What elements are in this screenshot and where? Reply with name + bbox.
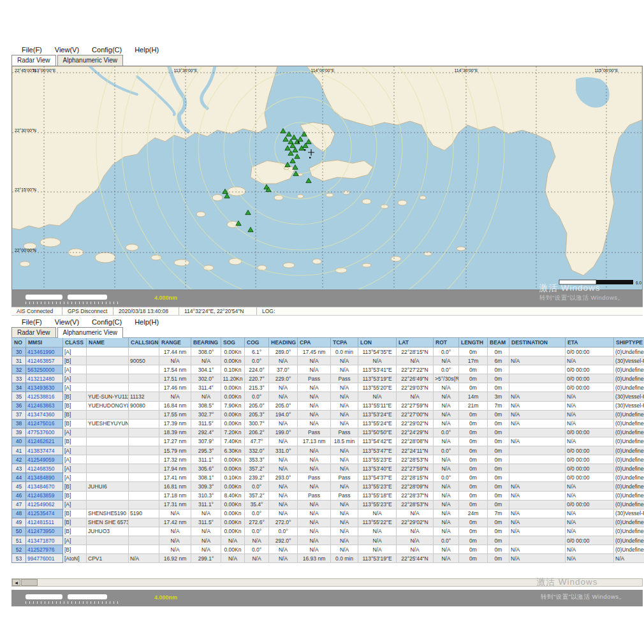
col-header-shiptype[interactable]: SHIPTYPE <box>614 338 644 348</box>
cell-tcpa: N/A <box>331 392 358 401</box>
cell-eta: 0/0 00:00 <box>566 536 614 545</box>
cell-heading: 229.0° <box>269 374 298 383</box>
tab-radar-view[interactable]: Radar View <box>11 327 56 338</box>
table-row[interactable]: 42412549059[A]17.32 nm311.1°0.00Kn353.3°… <box>12 455 644 464</box>
table-row[interactable]: 39477537600[A]18.39 nm292.4°7.20Kn206.2°… <box>12 428 644 437</box>
cell-lon: N/A <box>358 527 397 536</box>
col-header-sog[interactable]: SOG <box>221 338 245 348</box>
menu-item-config[interactable]: Config(C) <box>92 46 122 54</box>
cell-rot: 0.0° <box>434 536 459 545</box>
cell-beam: 6m <box>488 356 509 365</box>
menu-item-help[interactable]: Help(H) <box>135 46 159 54</box>
cell-rot: N/A <box>434 356 459 365</box>
range-slider-handle[interactable] <box>26 295 62 300</box>
cell-mmsi: 563250000 <box>26 365 63 374</box>
range-slider-track[interactable] <box>68 295 107 300</box>
table-row[interactable]: 53994776001[AtoN]CPV1N/A16.92 nm299.1°N/… <box>12 554 644 563</box>
tab-alphanumeric-view[interactable]: Alphanumeric View <box>57 327 123 338</box>
table-row[interactable]: 34413493630[A]17.46 nm311.4°0.00Kn215.3°… <box>12 383 644 392</box>
range-slider-track-2[interactable] <box>68 594 107 599</box>
tab-strip-radar: Radar ViewAlphanumeric View <box>11 55 643 66</box>
menu-item-view[interactable]: View(V) <box>55 46 79 54</box>
table-row[interactable]: 30413461990[A]17.44 nm308.0°0.00Kn6.1°28… <box>12 348 644 356</box>
col-header-range[interactable]: RANGE <box>159 338 191 348</box>
table-row[interactable]: 40412462621[B]17.27 nm307.9°7.40Kn47.7°N… <box>12 437 644 446</box>
col-header-tcpa[interactable]: TCPA <box>331 338 358 348</box>
table-row[interactable]: 48412535474[B]SHENSHE51905190N/AN/A0.00K… <box>12 509 644 518</box>
cell-name <box>87 536 129 545</box>
cell-no: 51 <box>12 536 26 545</box>
col-header-length[interactable]: LENGTH <box>459 338 488 348</box>
cell-mmsi: 413471870 <box>26 536 63 545</box>
radar-map-view[interactable]: 22°45'00"N22°30'00"N22°15'00"N22°00'00"N… <box>11 66 643 290</box>
col-header-cpa[interactable]: CPA <box>298 338 331 348</box>
col-header-mmsi[interactable]: MMSI <box>26 338 63 348</box>
table-row[interactable]: 32563250000[A]17.54 nm304.1°0.10Kn224.0°… <box>12 365 644 374</box>
cell-range: 17.55 nm <box>159 410 191 419</box>
cell-heading: N/A <box>269 455 298 464</box>
cell-range: 18.39 nm <box>159 428 191 437</box>
cell-no: 48 <box>12 509 26 518</box>
cell-tcpa: N/A <box>331 518 358 527</box>
cell-cog: 224.0° <box>245 365 269 374</box>
tab-radar-view[interactable]: Radar View <box>11 55 56 66</box>
tab-alphanumeric-view[interactable]: Alphanumeric View <box>57 55 123 66</box>
menu-item-file[interactable]: File(F) <box>22 46 42 54</box>
col-header-eta[interactable]: ETA <box>566 338 614 348</box>
col-header-cog[interactable]: COG <box>245 338 269 348</box>
ais-target-table[interactable]: NOMMSICLASSNAMECALLSIGNRANGEBEARINGSOGCO… <box>11 337 644 563</box>
cell-callsign <box>129 428 159 437</box>
table-row[interactable]: 41413837474[A]15.79 nm295.3°6.30Kn332.0°… <box>12 446 644 455</box>
table-row[interactable]: 52412527976[B]N/AN/A0.00Kn0.0°N/AN/AN/AN… <box>12 545 644 554</box>
cell-name: SHEN SHE 6573 <box>87 518 129 527</box>
cell-cpa: Pass <box>298 374 331 383</box>
cell-shiptype: (0)Undefined s <box>614 437 644 446</box>
table-row[interactable]: 35412538816[B]YUE-SUN-YU11111132N/AN/A0.… <box>12 392 644 401</box>
table-row[interactable]: 46412463859[B]17.18 nm310.3°8.40Kn357.2°… <box>12 491 644 500</box>
cell-rot: N/A <box>434 518 459 527</box>
col-header-name[interactable]: NAME <box>87 338 129 348</box>
cell-mmsi: 412538816 <box>26 392 63 401</box>
menu-item-config[interactable]: Config(C) <box>92 318 122 326</box>
cell-heading: 289.0° <box>269 348 298 356</box>
table-row[interactable]: 43412468350[A]17.94 nm305.6°0.00Kn357.2°… <box>12 464 644 473</box>
table-row[interactable]: 33413212480[A]17.51 nm302.0°11.20Kn220.7… <box>12 374 644 383</box>
cell-bearing: 309.3° <box>191 482 221 491</box>
range-slider-handle-2[interactable] <box>26 594 62 599</box>
col-header-destination[interactable]: DESTINATION <box>509 338 566 348</box>
col-header-bearing[interactable]: BEARING <box>191 338 221 348</box>
cell-beam: 0m <box>488 536 509 545</box>
table-row[interactable]: 31412463857[B]90050N/AN/A0.00Kn0.0°N/AN/… <box>12 356 644 365</box>
col-header-rot[interactable]: ROT <box>434 338 459 348</box>
cell-sog: 0.00Kn <box>221 527 245 536</box>
col-header-lon[interactable]: LON <box>358 338 397 348</box>
table-row[interactable]: 50412473950[B]JUHUO3N/AN/A0.00Kn0.0°0.0°… <box>12 527 644 536</box>
table-row[interactable]: 45413484670[B]JUHUI616.81 nm309.3°0.00Kn… <box>12 482 644 491</box>
nautical-chart: 22°45'00"N22°30'00"N22°15'00"N22°00'00"N… <box>12 66 642 289</box>
cell-lon: 113°55'23"E <box>358 482 397 491</box>
cell-no: 50 <box>12 527 26 536</box>
col-header-class[interactable]: CLASS <box>63 338 87 348</box>
scroll-left-arrow-icon[interactable]: ◀ <box>12 579 20 586</box>
scrollbar-thumb[interactable] <box>21 579 38 586</box>
col-header-heading[interactable]: HEADING <box>269 338 298 348</box>
cell-shiptype: (30)Vessel-Fi <box>614 401 644 410</box>
cell-bearing: N/A <box>191 545 221 554</box>
table-row[interactable]: 38412475016[B]YUESHEYUYUN17.39 nm311.5°0… <box>12 419 644 428</box>
cell-beam: 0m <box>488 554 509 563</box>
menu-item-help[interactable]: Help(H) <box>135 318 159 326</box>
table-row[interactable]: 36412463863[B]YUEHUDONGYL9008016.84 nm30… <box>12 401 644 410</box>
cell-name <box>87 473 129 482</box>
menu-item-file[interactable]: File(F) <box>22 318 42 326</box>
cell-cpa: 16.93 nm <box>298 554 331 563</box>
col-header-beam[interactable]: BEAM <box>488 338 509 348</box>
table-row[interactable]: 49412481511[B]SHEN SHE 657317.42 nm311.5… <box>12 518 644 527</box>
table-row[interactable]: 44413484890[A]17.41 nm308.1°0.10Kn239.2°… <box>12 473 644 482</box>
table-row[interactable]: 47412549062[A]17.31 nm311.1°0.00Kn35.4°N… <box>12 500 644 509</box>
table-row[interactable]: 51413471870[A]N/AN/AN/AN/A292.0°N/AN/AN/… <box>12 536 644 545</box>
col-header-callsign[interactable]: CALLSIGN <box>129 338 159 348</box>
col-header-no[interactable]: NO <box>12 338 26 348</box>
table-row[interactable]: 37413474360[B]17.55 nm302.7°0.00Kn205.3°… <box>12 410 644 419</box>
menu-item-view[interactable]: View(V) <box>55 318 79 326</box>
col-header-lat[interactable]: LAT <box>397 338 434 348</box>
